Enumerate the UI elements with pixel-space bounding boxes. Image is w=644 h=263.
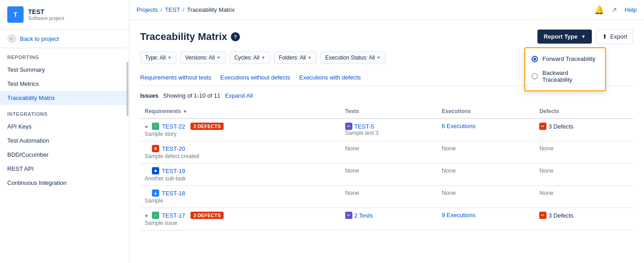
tab-exec-with-defects[interactable]: Executions with defects — [299, 70, 361, 85]
filter-type[interactable]: Type: All ▼ — [140, 51, 176, 64]
filter-execution-status-chevron-icon: ▼ — [377, 55, 381, 60]
report-type-button[interactable]: Report Type ▼ — [537, 30, 592, 44]
filter-cycles-chevron-icon: ▼ — [261, 55, 265, 60]
defect-cell-17: ✏ 3 Defects — [539, 212, 629, 219]
test-cell-19: None — [341, 164, 437, 186]
topbar: Projects / TEST / Traceability Matrix 🔔 … — [129, 0, 644, 20]
col-executions: Executions — [437, 104, 535, 119]
sort-requirements-icon: ▼ — [183, 109, 187, 114]
table-row: ■ TEST-19 Another sub-task None None Non… — [140, 164, 633, 186]
exec-cell-17: 9 Executions — [437, 208, 535, 230]
sidebar-scroll-thumb — [127, 62, 128, 116]
sidebar: T TEST Software project ← Back to projec… — [0, 0, 129, 263]
req-link-22[interactable]: TEST-22 — [162, 123, 185, 130]
req-sub-17: Sample issue — [145, 220, 336, 226]
table-row: ▲ TEST-18 Sample None None None — [140, 186, 633, 208]
exec-cell-20: None — [437, 141, 535, 164]
page-title: Traceability Matrix ? — [140, 31, 240, 43]
sidebar-item-rest-api[interactable]: REST API — [0, 162, 129, 176]
title-actions: Report Type ▼ ⬆ Export Forward Traceabil… — [537, 29, 633, 44]
help-link[interactable]: Help — [624, 6, 637, 13]
defect-cell-20: None — [535, 141, 633, 164]
filter-cycles[interactable]: Cycles: All ▼ — [229, 51, 270, 64]
col-requirements: Requirements ▼ — [140, 104, 341, 119]
breadcrumb-projects[interactable]: Projects — [137, 6, 158, 13]
main-content: Projects / TEST / Traceability Matrix 🔔 … — [129, 0, 644, 263]
expand-all-button[interactable]: Expand All — [225, 92, 253, 99]
filter-folders[interactable]: Folders: All ▼ — [274, 51, 317, 64]
req-sub-20: Sample defect created — [145, 153, 336, 159]
filter-versions[interactable]: Versions: All ▼ — [180, 51, 225, 64]
breadcrumb-test[interactable]: TEST — [165, 6, 180, 13]
filter-type-chevron-icon: ▼ — [167, 55, 171, 60]
task-icon-18: ▲ — [152, 189, 159, 197]
story-icon: ↑ — [152, 123, 159, 130]
table-row: ■ TEST-20 Sample defect created None Non… — [140, 141, 633, 164]
sidebar-item-traceability-matrix[interactable]: Traceability Matrix — [0, 91, 129, 105]
exec-cell-19: None — [437, 164, 535, 186]
test-sub-5: Sample test 3 — [345, 130, 433, 136]
tab-exec-without-defects[interactable]: Executions without defects — [220, 70, 290, 85]
export-button[interactable]: ⬆ Export — [596, 29, 633, 44]
test-cell-20: None — [341, 141, 437, 164]
breadcrumb-sep1: / — [161, 6, 162, 13]
breadcrumb-current: Traceability Matrix — [187, 6, 234, 13]
table-row: ► ↑ TEST-22 3 DEFECTS Sample story ✏ — [140, 119, 633, 141]
req-sub-19: Another sub-task — [145, 175, 336, 182]
expand-row-22-icon[interactable]: ► — [145, 124, 149, 129]
req-link-19[interactable]: TEST-19 — [162, 168, 185, 174]
dropdown-item-forward[interactable]: Forward Traceability — [525, 52, 605, 66]
col-requirements-sortable[interactable]: Requirements ▼ — [145, 108, 336, 114]
page-help-icon[interactable]: ? — [231, 32, 240, 41]
sidebar-item-continuous-integration[interactable]: Continuous Integration — [0, 176, 129, 190]
defect-icon-22: ✏ — [539, 123, 546, 130]
sidebar-item-bdd-cucumber[interactable]: BDD/Cucumber — [0, 148, 129, 162]
breadcrumb-sep2: / — [183, 6, 185, 13]
issues-row: Issues Showing of 1-10 of 11 Expand All — [140, 92, 633, 99]
sidebar-item-test-automation[interactable]: Test Automation — [0, 134, 129, 148]
expand-row-17-icon[interactable]: ► — [145, 213, 149, 218]
report-type-chevron-icon: ▼ — [581, 34, 586, 39]
back-arrow-icon: ← — [7, 34, 16, 43]
page-content: Traceability Matrix ? Report Type ▼ ⬆ Ex… — [129, 20, 644, 263]
sidebar-project-type: Software project — [28, 15, 64, 21]
exec-cell-22: 6 Executions — [437, 119, 535, 141]
back-to-project-link[interactable]: ← Back to project — [0, 30, 129, 48]
story-icon-17: ↑ — [152, 212, 159, 219]
integrations-section-label: INTEGRATIONS — [0, 105, 129, 119]
test-icon-5: ✏ — [345, 123, 352, 130]
defect-icon-17: ✏ — [539, 212, 546, 219]
sidebar-item-test-summary[interactable]: Test Summary — [0, 63, 129, 77]
sidebar-item-test-metrics[interactable]: Test Metrics — [0, 77, 129, 91]
col-defects: Defects — [535, 104, 633, 119]
traceability-table: Requirements ▼ Tests Executions Defects — [140, 104, 633, 230]
defects-badge-22: 3 DEFECTS — [190, 123, 224, 130]
req-cell-18: ▲ TEST-18 Sample — [145, 189, 336, 204]
test-link-17[interactable]: ✏ 2 Tests — [345, 212, 433, 219]
issues-label: Issues — [140, 92, 158, 99]
col-tests: Tests — [341, 104, 437, 119]
breadcrumb: Projects / TEST / Traceability Matrix — [137, 6, 234, 13]
filter-versions-chevron-icon: ▼ — [217, 55, 221, 60]
sidebar-project-info: TEST Software project — [28, 8, 64, 21]
export-icon: ⬆ — [602, 33, 607, 40]
filter-execution-status[interactable]: Execution Status: All ▼ — [320, 51, 385, 64]
notification-icon[interactable]: 🔔 — [594, 5, 604, 15]
topbar-icons: 🔔 ↗︎ Help — [594, 5, 637, 15]
req-link-20[interactable]: TEST-20 — [162, 145, 185, 152]
req-link-18[interactable]: TEST-18 — [162, 190, 185, 197]
share-icon[interactable]: ↗︎ — [611, 6, 617, 14]
exec-cell-18: None — [437, 186, 535, 208]
tab-req-without-tests[interactable]: Requirements without tests — [140, 70, 211, 85]
bug-icon-20: ■ — [152, 145, 159, 152]
req-link-17[interactable]: TEST-17 — [162, 212, 185, 219]
sidebar-scrollbar[interactable] — [126, 48, 129, 263]
test-cell-22: ✏ TEST-5 Sample test 3 — [345, 123, 433, 136]
test-link-5[interactable]: ✏ TEST-5 — [345, 123, 433, 130]
req-cell-20: ■ TEST-20 Sample defect created — [145, 145, 336, 159]
dropdown-item-backward[interactable]: Backward Traceability — [525, 66, 605, 87]
filter-folders-chevron-icon: ▼ — [307, 55, 312, 60]
req-cell-22: ► ↑ TEST-22 3 DEFECTS Sample story — [145, 123, 336, 137]
sidebar-item-api-keys[interactable]: API Keys — [0, 119, 129, 134]
test-icon-17: ✏ — [345, 212, 352, 219]
